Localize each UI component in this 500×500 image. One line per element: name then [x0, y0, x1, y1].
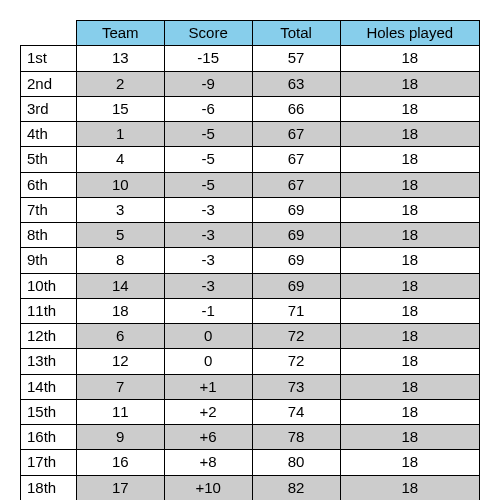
- team-cell: 18: [76, 298, 164, 323]
- total-cell: 67: [252, 147, 340, 172]
- team-cell: 7: [76, 374, 164, 399]
- holes-cell: 18: [340, 172, 479, 197]
- rank-cell: 8th: [21, 223, 77, 248]
- team-cell: 11: [76, 399, 164, 424]
- rank-cell: 5th: [21, 147, 77, 172]
- table-row: 14th7+17318: [21, 374, 480, 399]
- table-row: 9th8-36918: [21, 248, 480, 273]
- total-cell: 72: [252, 324, 340, 349]
- team-cell: 16: [76, 450, 164, 475]
- table-row: 2nd2-96318: [21, 71, 480, 96]
- team-cell: 5: [76, 223, 164, 248]
- table-row: 16th9+67818: [21, 425, 480, 450]
- holes-cell: 18: [340, 71, 479, 96]
- table-row: 18th17+108218: [21, 475, 480, 500]
- holes-cell: 18: [340, 450, 479, 475]
- team-cell: 13: [76, 46, 164, 71]
- header-row: Team Score Total Holes played: [21, 21, 480, 46]
- team-cell: 1: [76, 122, 164, 147]
- table-row: 17th16+88018: [21, 450, 480, 475]
- holes-cell: 18: [340, 122, 479, 147]
- score-cell: +8: [164, 450, 252, 475]
- score-cell: -3: [164, 273, 252, 298]
- holes-cell: 18: [340, 374, 479, 399]
- holes-cell: 18: [340, 248, 479, 273]
- table-row: 5th4-56718: [21, 147, 480, 172]
- score-cell: -3: [164, 223, 252, 248]
- table-row: 7th3-36918: [21, 197, 480, 222]
- score-cell: +10: [164, 475, 252, 500]
- score-cell: -6: [164, 96, 252, 121]
- total-cell: 69: [252, 223, 340, 248]
- holes-cell: 18: [340, 425, 479, 450]
- score-cell: -5: [164, 122, 252, 147]
- rank-cell: 1st: [21, 46, 77, 71]
- table-row: 6th10-56718: [21, 172, 480, 197]
- total-cell: 66: [252, 96, 340, 121]
- rank-cell: 14th: [21, 374, 77, 399]
- score-cell: -9: [164, 71, 252, 96]
- table-row: 4th1-56718: [21, 122, 480, 147]
- col-total: Total: [252, 21, 340, 46]
- rank-cell: 6th: [21, 172, 77, 197]
- holes-cell: 18: [340, 349, 479, 374]
- table-row: 15th11+27418: [21, 399, 480, 424]
- col-score: Score: [164, 21, 252, 46]
- score-cell: -3: [164, 197, 252, 222]
- score-cell: 0: [164, 349, 252, 374]
- total-cell: 73: [252, 374, 340, 399]
- rank-cell: 10th: [21, 273, 77, 298]
- score-cell: -5: [164, 172, 252, 197]
- total-cell: 82: [252, 475, 340, 500]
- rank-cell: 18th: [21, 475, 77, 500]
- score-cell: +2: [164, 399, 252, 424]
- rank-cell: 15th: [21, 399, 77, 424]
- rank-cell: 13th: [21, 349, 77, 374]
- table-row: 3rd15-66618: [21, 96, 480, 121]
- score-cell: -1: [164, 298, 252, 323]
- col-team: Team: [76, 21, 164, 46]
- table-row: 11th18-17118: [21, 298, 480, 323]
- holes-cell: 18: [340, 475, 479, 500]
- table-row: 10th14-36918: [21, 273, 480, 298]
- total-cell: 67: [252, 172, 340, 197]
- holes-cell: 18: [340, 96, 479, 121]
- table-row: 8th5-36918: [21, 223, 480, 248]
- total-cell: 78: [252, 425, 340, 450]
- total-cell: 69: [252, 273, 340, 298]
- holes-cell: 18: [340, 46, 479, 71]
- team-cell: 8: [76, 248, 164, 273]
- total-cell: 57: [252, 46, 340, 71]
- total-cell: 71: [252, 298, 340, 323]
- team-cell: 9: [76, 425, 164, 450]
- score-cell: 0: [164, 324, 252, 349]
- holes-cell: 18: [340, 273, 479, 298]
- team-cell: 10: [76, 172, 164, 197]
- score-cell: -5: [164, 147, 252, 172]
- rank-cell: 17th: [21, 450, 77, 475]
- score-cell: +6: [164, 425, 252, 450]
- team-cell: 6: [76, 324, 164, 349]
- leaderboard-table: Team Score Total Holes played 1st13-1557…: [20, 20, 480, 500]
- rank-cell: 3rd: [21, 96, 77, 121]
- corner-cell: [21, 21, 77, 46]
- team-cell: 2: [76, 71, 164, 96]
- total-cell: 67: [252, 122, 340, 147]
- holes-cell: 18: [340, 223, 479, 248]
- table-row: 12th607218: [21, 324, 480, 349]
- rank-cell: 4th: [21, 122, 77, 147]
- rank-cell: 11th: [21, 298, 77, 323]
- table-row: 13th1207218: [21, 349, 480, 374]
- score-cell: -3: [164, 248, 252, 273]
- team-cell: 15: [76, 96, 164, 121]
- col-holes: Holes played: [340, 21, 479, 46]
- holes-cell: 18: [340, 298, 479, 323]
- team-cell: 3: [76, 197, 164, 222]
- holes-cell: 18: [340, 324, 479, 349]
- rank-cell: 9th: [21, 248, 77, 273]
- total-cell: 63: [252, 71, 340, 96]
- total-cell: 69: [252, 248, 340, 273]
- team-cell: 17: [76, 475, 164, 500]
- rank-cell: 16th: [21, 425, 77, 450]
- rank-cell: 7th: [21, 197, 77, 222]
